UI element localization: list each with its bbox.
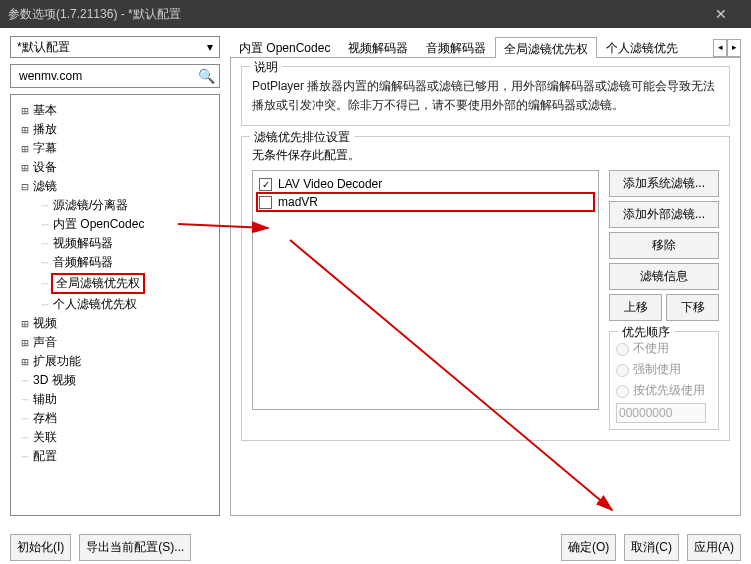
settings-tree[interactable]: ⊞基本⊞播放⊞字幕⊞设备⊟滤镜源滤镜/分离器内置 OpenCodec视频解码器音… bbox=[10, 94, 220, 516]
priority-by-priority[interactable]: 按优先级使用 bbox=[616, 380, 712, 401]
filter-item-label: LAV Video Decoder bbox=[278, 177, 382, 191]
tree-item-label: 扩展功能 bbox=[31, 353, 83, 370]
filter-group: 滤镜优先排位设置 无条件保存此配置。 ✓LAV Video Decodermad… bbox=[241, 136, 730, 441]
expand-icon[interactable]: ⊞ bbox=[19, 336, 31, 350]
tab-next-icon[interactable]: ▸ bbox=[727, 39, 741, 57]
profile-select[interactable]: *默认配置 ▾ bbox=[10, 36, 220, 58]
description-group: 说明 PotPlayer 播放器内置的编解码器或滤镜已够用，用外部编解码器或滤镜… bbox=[241, 66, 730, 126]
filter-item[interactable]: madVR bbox=[257, 193, 594, 211]
tree-line-icon bbox=[39, 199, 51, 213]
chevron-down-icon: ▾ bbox=[207, 40, 213, 54]
tree-item-label: 声音 bbox=[31, 334, 59, 351]
filter-group-title: 滤镜优先排位设置 bbox=[250, 129, 354, 146]
description-title: 说明 bbox=[250, 59, 282, 76]
tree-item-label: 基本 bbox=[31, 102, 59, 119]
tree-item[interactable]: ⊞扩展功能 bbox=[15, 352, 215, 371]
move-down-button[interactable]: 下移 bbox=[666, 294, 719, 321]
tree-item-label: 播放 bbox=[31, 121, 59, 138]
expand-icon[interactable]: ⊞ bbox=[19, 355, 31, 369]
profile-selected: *默认配置 bbox=[17, 39, 207, 56]
tree-item-label: 内置 OpenCodec bbox=[51, 216, 146, 233]
footer: 初始化(I) 导出当前配置(S)... 确定(O) 取消(C) 应用(A) bbox=[0, 530, 751, 564]
tree-line-icon bbox=[39, 256, 51, 270]
tree-item[interactable]: ⊟滤镜 bbox=[15, 177, 215, 196]
tree-item[interactable]: 内置 OpenCodec bbox=[15, 215, 215, 234]
tree-line-icon bbox=[19, 431, 31, 445]
tree-item-label: 滤镜 bbox=[31, 178, 59, 195]
tree-item[interactable]: ⊞声音 bbox=[15, 333, 215, 352]
collapse-icon[interactable]: ⊟ bbox=[19, 180, 31, 194]
tree-item-label: 辅助 bbox=[31, 391, 59, 408]
priority-group: 优先顺序 不使用 强制使用 按优先级使用 bbox=[609, 331, 719, 430]
tab[interactable]: 内置 OpenCodec bbox=[230, 36, 339, 57]
search-input[interactable] bbox=[15, 69, 198, 83]
filter-item[interactable]: ✓LAV Video Decoder bbox=[257, 175, 594, 193]
tree-item-label: 视频解码器 bbox=[51, 235, 115, 252]
add-external-filter-button[interactable]: 添加外部滤镜... bbox=[609, 201, 719, 228]
tree-item[interactable]: 全局滤镜优先权 bbox=[15, 272, 215, 295]
filter-list[interactable]: ✓LAV Video DecodermadVR bbox=[252, 170, 599, 410]
init-button[interactable]: 初始化(I) bbox=[10, 534, 71, 561]
tree-item[interactable]: 个人滤镜优先权 bbox=[15, 295, 215, 314]
tab[interactable]: 视频解码器 bbox=[339, 36, 417, 57]
tree-item[interactable]: ⊞播放 bbox=[15, 120, 215, 139]
search-icon[interactable]: 🔍 bbox=[198, 68, 215, 84]
tree-item[interactable]: ⊞设备 bbox=[15, 158, 215, 177]
cancel-button[interactable]: 取消(C) bbox=[624, 534, 679, 561]
filter-info-button[interactable]: 滤镜信息 bbox=[609, 263, 719, 290]
tree-line-icon bbox=[39, 277, 51, 291]
tree-item[interactable]: 辅助 bbox=[15, 390, 215, 409]
tree-line-icon bbox=[19, 412, 31, 426]
filter-subtitle: 无条件保存此配置。 bbox=[252, 147, 719, 164]
ok-button[interactable]: 确定(O) bbox=[561, 534, 616, 561]
tab[interactable]: 个人滤镜优先 bbox=[597, 36, 687, 57]
priority-value-input[interactable] bbox=[616, 403, 706, 423]
checkbox[interactable]: ✓ bbox=[259, 178, 272, 191]
tree-item[interactable]: ⊞字幕 bbox=[15, 139, 215, 158]
tree-item[interactable]: 音频解码器 bbox=[15, 253, 215, 272]
expand-icon[interactable]: ⊞ bbox=[19, 142, 31, 156]
tree-line-icon bbox=[39, 298, 51, 312]
tree-item[interactable]: ⊞视频 bbox=[15, 314, 215, 333]
tree-item[interactable]: ⊞基本 bbox=[15, 101, 215, 120]
tab-prev-icon[interactable]: ◂ bbox=[713, 39, 727, 57]
tree-item[interactable]: 存档 bbox=[15, 409, 215, 428]
apply-button[interactable]: 应用(A) bbox=[687, 534, 741, 561]
tree-item-label: 全局滤镜优先权 bbox=[51, 273, 145, 294]
filter-item-label: madVR bbox=[278, 195, 318, 209]
expand-icon[interactable]: ⊞ bbox=[19, 317, 31, 331]
tab[interactable]: 全局滤镜优先权 bbox=[495, 37, 597, 58]
priority-title: 优先顺序 bbox=[618, 324, 674, 341]
search-wrap: 🔍 bbox=[10, 64, 220, 88]
tab-bar: 内置 OpenCodec视频解码器音频解码器全局滤镜优先权个人滤镜优先◂▸ bbox=[230, 36, 741, 58]
tree-item-label: 存档 bbox=[31, 410, 59, 427]
tree-item[interactable]: 视频解码器 bbox=[15, 234, 215, 253]
expand-icon[interactable]: ⊞ bbox=[19, 161, 31, 175]
tree-line-icon bbox=[19, 450, 31, 464]
tree-item-label: 关联 bbox=[31, 429, 59, 446]
tree-line-icon bbox=[39, 218, 51, 232]
export-button[interactable]: 导出当前配置(S)... bbox=[79, 534, 191, 561]
tree-item-label: 设备 bbox=[31, 159, 59, 176]
tree-item[interactable]: 配置 bbox=[15, 447, 215, 466]
tree-item[interactable]: 源滤镜/分离器 bbox=[15, 196, 215, 215]
remove-button[interactable]: 移除 bbox=[609, 232, 719, 259]
tab[interactable]: 音频解码器 bbox=[417, 36, 495, 57]
tree-item-label: 字幕 bbox=[31, 140, 59, 157]
tree-line-icon bbox=[19, 374, 31, 388]
tree-line-icon bbox=[19, 393, 31, 407]
tree-item[interactable]: 关联 bbox=[15, 428, 215, 447]
description-text: PotPlayer 播放器内置的编解码器或滤镜已够用，用外部编解码器或滤镜可能会… bbox=[252, 77, 719, 115]
expand-icon[interactable]: ⊞ bbox=[19, 123, 31, 137]
priority-none[interactable]: 不使用 bbox=[616, 338, 712, 359]
tree-item-label: 音频解码器 bbox=[51, 254, 115, 271]
move-up-button[interactable]: 上移 bbox=[609, 294, 662, 321]
add-system-filter-button[interactable]: 添加系统滤镜... bbox=[609, 170, 719, 197]
tree-item-label: 源滤镜/分离器 bbox=[51, 197, 130, 214]
tree-item[interactable]: 3D 视频 bbox=[15, 371, 215, 390]
priority-force[interactable]: 强制使用 bbox=[616, 359, 712, 380]
tree-item-label: 视频 bbox=[31, 315, 59, 332]
close-icon[interactable]: ✕ bbox=[699, 6, 743, 22]
checkbox[interactable] bbox=[259, 196, 272, 209]
expand-icon[interactable]: ⊞ bbox=[19, 104, 31, 118]
